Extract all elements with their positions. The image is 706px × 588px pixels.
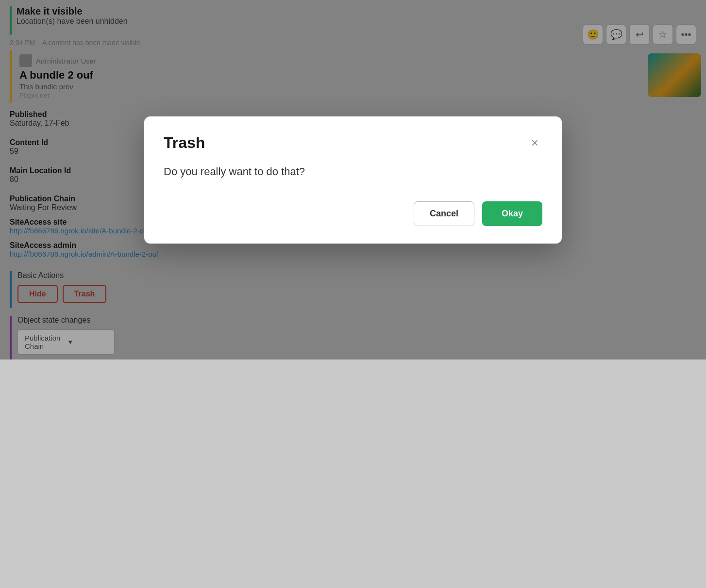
cancel-button[interactable]: Cancel <box>414 201 474 226</box>
modal-message: Do you really want to do that? <box>164 165 542 178</box>
modal-close-button[interactable]: × <box>527 134 542 151</box>
modal-header: Trash × <box>164 134 542 152</box>
trash-modal: Trash × Do you really want to do that? C… <box>144 116 562 244</box>
okay-button[interactable]: Okay <box>482 201 542 226</box>
modal-overlay: Trash × Do you really want to do that? C… <box>0 0 706 359</box>
modal-footer: Cancel Okay <box>164 201 542 226</box>
modal-title: Trash <box>164 134 205 152</box>
